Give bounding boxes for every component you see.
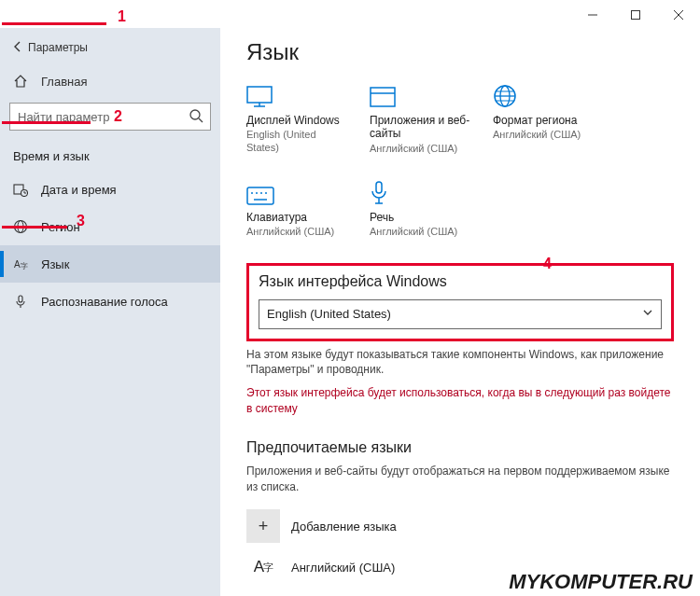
select-value: English (United States) <box>267 307 391 321</box>
microphone-icon <box>370 179 474 205</box>
language-glyph-icon: A字 <box>246 558 280 576</box>
minimize-button[interactable] <box>571 2 614 28</box>
svg-rect-14 <box>247 87 272 103</box>
sidebar-item-label: Распознавание голоса <box>41 295 168 309</box>
annotation-underline <box>2 22 106 25</box>
apps-icon <box>370 82 474 108</box>
svg-point-28 <box>265 192 267 194</box>
language-icon: A字 <box>13 256 28 271</box>
tile-title: Формат региона <box>493 114 597 127</box>
search-icon <box>189 108 203 127</box>
app-title: Параметры <box>28 41 88 54</box>
watermark: MYKOMPUTER.RU <box>509 570 693 594</box>
sidebar-item-speech[interactable]: Распознавание голоса <box>0 283 220 320</box>
microphone-icon <box>13 294 28 309</box>
svg-text:A: A <box>14 259 21 270</box>
annotation-number: 4 <box>543 256 552 272</box>
svg-rect-17 <box>371 88 395 106</box>
svg-point-25 <box>251 192 253 194</box>
section-title: Язык интерфейса Windows <box>259 273 662 290</box>
annotation-number: 3 <box>77 213 85 229</box>
globe-icon <box>493 82 597 108</box>
preferred-languages-desc: Приложения и веб-сайты будут отображатьс… <box>246 464 674 495</box>
tile-title: Речь <box>370 211 474 224</box>
tile-sub: Английский (США) <box>246 226 351 238</box>
tile-sub: English (United States) <box>246 129 351 153</box>
svg-rect-13 <box>19 296 22 302</box>
tile-sub: Английский (США) <box>370 226 474 238</box>
sidebar-home-label: Главная <box>41 75 87 89</box>
tile-title: Дисплей Windows <box>246 114 351 127</box>
sidebar: Параметры Главная Время и язык Дата и вр… <box>0 28 220 596</box>
language-name: Английский (США) <box>291 561 395 575</box>
sidebar-home[interactable]: Главная <box>0 63 220 99</box>
sidebar-item-label: Дата и время <box>41 183 117 197</box>
tile-sub: Английский (США) <box>493 129 597 141</box>
sidebar-item-language[interactable]: A字 Язык <box>0 245 220 283</box>
back-button[interactable]: Параметры <box>0 32 220 63</box>
svg-rect-30 <box>376 182 382 193</box>
sidebar-category: Время и язык <box>0 140 220 171</box>
add-language-label: Добавление языка <box>291 520 397 534</box>
svg-point-26 <box>256 192 258 194</box>
tile-sub: Английский (США) <box>370 143 474 155</box>
svg-line-5 <box>199 118 203 122</box>
tile-title: Приложения и веб-сайты <box>370 114 474 141</box>
svg-point-27 <box>260 192 262 194</box>
svg-rect-24 <box>247 187 273 204</box>
tile-apps[interactable]: Приложения и веб-сайты Английский (США) <box>370 82 474 155</box>
home-icon <box>13 74 28 89</box>
search-input[interactable] <box>9 103 211 131</box>
tile-display[interactable]: Дисплей Windows English (United States) <box>246 82 351 155</box>
svg-point-4 <box>190 110 200 119</box>
sidebar-item-date-time[interactable]: Дата и время <box>0 171 220 208</box>
tile-region-format[interactable]: Формат региона Английский (США) <box>493 82 597 155</box>
annotation-underline <box>2 121 91 124</box>
display-language-section: Язык интерфейса Windows English (United … <box>246 263 674 341</box>
tile-title: Клавиатура <box>246 211 351 224</box>
close-button[interactable] <box>657 2 700 28</box>
keyboard-icon <box>246 179 351 205</box>
annotation-number: 2 <box>114 108 122 125</box>
add-language-button[interactable]: + Добавление языка <box>246 506 674 547</box>
back-arrow-icon <box>11 40 28 56</box>
display-language-note: Этот язык интерфейса будет использоватьс… <box>246 385 674 417</box>
page-title: Язык <box>246 39 674 65</box>
display-language-desc: На этом языке будут показываться такие к… <box>246 347 674 379</box>
tile-keyboard[interactable]: Клавиатура Английский (США) <box>246 179 351 239</box>
chevron-down-icon <box>642 307 653 321</box>
plus-icon: + <box>246 509 280 543</box>
preferred-languages-title: Предпочитаемые языки <box>246 439 674 456</box>
annotation-underline <box>2 226 67 229</box>
svg-rect-1 <box>632 11 640 20</box>
monitor-icon <box>246 82 351 108</box>
main-content: Язык Дисплей Windows English (United Sta… <box>220 28 700 596</box>
display-language-select[interactable]: English (United States) <box>259 299 662 329</box>
svg-text:字: 字 <box>21 262 28 270</box>
sidebar-item-label: Язык <box>41 257 69 271</box>
annotation-number: 1 <box>118 8 126 25</box>
maximize-button[interactable] <box>614 2 657 28</box>
tile-speech[interactable]: Речь Английский (США) <box>370 179 474 239</box>
calendar-clock-icon <box>13 182 28 197</box>
